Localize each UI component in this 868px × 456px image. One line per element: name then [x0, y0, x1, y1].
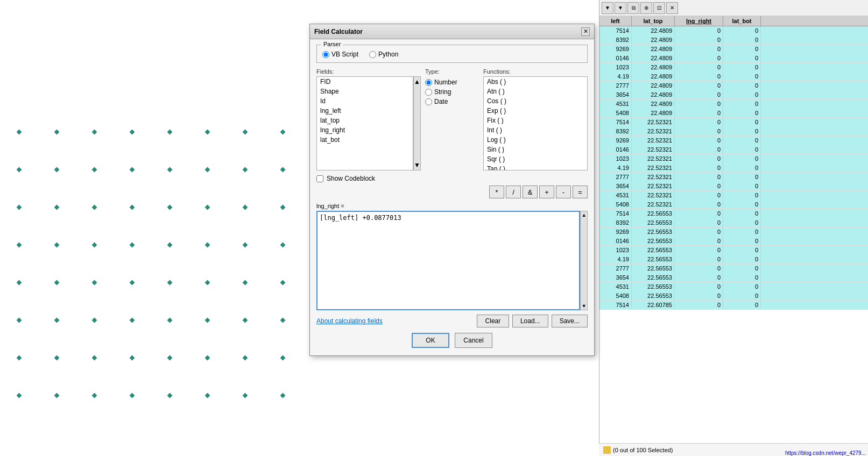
type-radio[interactable] [425, 98, 432, 105]
scroll-down-icon[interactable]: ▼ [414, 161, 420, 169]
function-item[interactable]: Fix ( ) [484, 116, 587, 125]
table-row[interactable]: 926922.5655300 [599, 227, 868, 237]
table-row[interactable]: 102322.480900 [599, 63, 868, 72]
table-row[interactable]: 540822.5232100 [599, 200, 868, 209]
expr-scroll-down-icon[interactable]: ▼ [582, 303, 587, 309]
type-radio[interactable] [425, 89, 432, 96]
toolbar-btn-close[interactable]: ✕ [666, 2, 678, 14]
table-cell: 0 [723, 173, 761, 181]
table-row[interactable]: 926922.480900 [599, 45, 868, 54]
operator-button[interactable]: + [539, 186, 554, 198]
table-row[interactable]: 453122.480900 [599, 99, 868, 109]
table-row[interactable]: 014622.5655300 [599, 237, 868, 246]
functions-list[interactable]: Abs ( )Atn ( )Cos ( )Exp ( )Fix ( )Int (… [483, 76, 588, 170]
table-cell: 0 [675, 227, 723, 236]
field-item[interactable]: lng_left [317, 106, 413, 116]
col-header-lng-right[interactable]: lng_right [675, 16, 723, 26]
table-row[interactable]: 277722.480900 [599, 81, 868, 90]
load-button[interactable]: Load... [512, 315, 548, 327]
show-codeblock-checkbox[interactable] [316, 175, 323, 182]
table-row[interactable]: 751422.480900 [599, 26, 868, 35]
save-button[interactable]: Save... [552, 315, 588, 327]
function-item[interactable]: Sin ( ) [484, 145, 587, 154]
table-row[interactable]: 102322.5655300 [599, 246, 868, 255]
table-row[interactable]: 277722.5655300 [599, 264, 868, 273]
function-item[interactable]: Log ( ) [484, 135, 587, 145]
operator-button[interactable]: = [573, 186, 588, 198]
expr-scroll-up-icon[interactable]: ▲ [582, 212, 587, 218]
table-cell: 0 [675, 273, 723, 282]
toolbar-btn-1[interactable]: ▼ [602, 2, 613, 14]
field-item[interactable]: lng_right [317, 125, 413, 135]
col-header-lat-bot[interactable]: lat_bot [723, 16, 761, 26]
fields-scrollbar[interactable]: ▲ ▼ [413, 76, 421, 170]
table-row[interactable]: 365422.480900 [599, 90, 868, 99]
table-row[interactable]: 014622.480900 [599, 54, 868, 63]
table-row[interactable]: 839222.480900 [599, 35, 868, 45]
table-cell: 0 [675, 246, 723, 254]
col-header-lat-top[interactable]: lat_top [632, 16, 675, 26]
type-radio-label[interactable]: String [425, 88, 479, 96]
table-row[interactable]: 540822.480900 [599, 109, 868, 118]
table-row[interactable]: 751422.5655300 [599, 209, 868, 218]
function-item[interactable]: Int ( ) [484, 125, 587, 135]
toolbar-btn-grid[interactable]: ⊡ [653, 2, 665, 14]
about-link[interactable]: About calculating fields [316, 317, 383, 325]
table-row[interactable]: 540822.5655300 [599, 291, 868, 301]
table-row[interactable]: 751422.6078500 [599, 301, 868, 310]
function-item[interactable]: Atn ( ) [484, 87, 587, 96]
field-item[interactable]: Id [317, 96, 413, 106]
table-row[interactable]: 4.1922.5232100 [599, 163, 868, 173]
table-row[interactable]: 926922.5232100 [599, 136, 868, 145]
ok-button[interactable]: OK [412, 333, 449, 348]
table-row[interactable]: 102322.5232100 [599, 154, 868, 163]
table-cell: 9269 [599, 45, 632, 53]
table-row[interactable]: 365422.5232100 [599, 182, 868, 191]
table-row[interactable]: 751422.5232100 [599, 118, 868, 127]
table-row[interactable]: 4.1922.480900 [599, 72, 868, 81]
toolbar-btn-2[interactable]: ▼ [615, 2, 626, 14]
parser-vbscript-radio[interactable] [322, 51, 329, 58]
parser-vbscript-label[interactable]: VB Script [322, 51, 358, 58]
table-row[interactable]: 4.1922.5655300 [599, 255, 868, 264]
function-item[interactable]: Sqr ( ) [484, 154, 587, 164]
parser-python-radio[interactable] [369, 51, 376, 58]
toolbar-btn-copy[interactable]: ⧉ [627, 2, 639, 14]
table-row[interactable]: 839222.5232100 [599, 127, 868, 136]
table-row[interactable]: 014622.5232100 [599, 145, 868, 154]
expression-input[interactable] [316, 211, 580, 310]
ok-cancel-row: OK Cancel [316, 333, 588, 350]
col-header-left[interactable]: left [599, 16, 632, 26]
table-cell: 22.56553 [632, 255, 675, 263]
table-body[interactable]: 751422.480900839222.480900926922.4809000… [599, 26, 868, 440]
field-item[interactable]: Shape [317, 87, 413, 96]
field-item[interactable]: FID [317, 77, 413, 87]
type-radio-label[interactable]: Number [425, 79, 479, 86]
function-item[interactable]: Cos ( ) [484, 96, 587, 106]
operator-button[interactable]: & [523, 186, 538, 198]
parser-vbscript-text: VB Script [331, 51, 358, 58]
table-row[interactable]: 453122.5655300 [599, 282, 868, 291]
function-item[interactable]: Abs ( ) [484, 77, 587, 87]
field-item[interactable]: lat_bot [317, 135, 413, 145]
table-row[interactable]: 453122.5232100 [599, 191, 868, 200]
table-row[interactable]: 365422.5655300 [599, 273, 868, 282]
operator-button[interactable]: / [506, 186, 521, 198]
table-row[interactable]: 277722.5232100 [599, 173, 868, 182]
fields-list[interactable]: FIDShapeIdlng_leftlat_toplng_rightlat_bo… [316, 76, 413, 170]
field-item[interactable]: lat_top [317, 116, 413, 125]
cancel-button[interactable]: Cancel [455, 333, 492, 348]
function-item[interactable]: Exp ( ) [484, 106, 587, 116]
scroll-up-icon[interactable]: ▲ [414, 78, 420, 86]
operator-button[interactable]: * [489, 186, 504, 198]
type-radio-label[interactable]: Date [425, 98, 479, 105]
type-radio[interactable] [425, 79, 432, 86]
toolbar-btn-add[interactable]: ⊕ [640, 2, 652, 14]
dialog-close-button[interactable]: ✕ [581, 27, 590, 36]
table-cell: 0 [675, 209, 723, 218]
parser-python-label[interactable]: Python [369, 51, 398, 58]
clear-button[interactable]: Clear [477, 315, 509, 327]
table-row[interactable]: 839222.5655300 [599, 218, 868, 227]
function-item[interactable]: Tan ( ) [484, 164, 587, 170]
operator-button[interactable]: - [556, 186, 571, 198]
